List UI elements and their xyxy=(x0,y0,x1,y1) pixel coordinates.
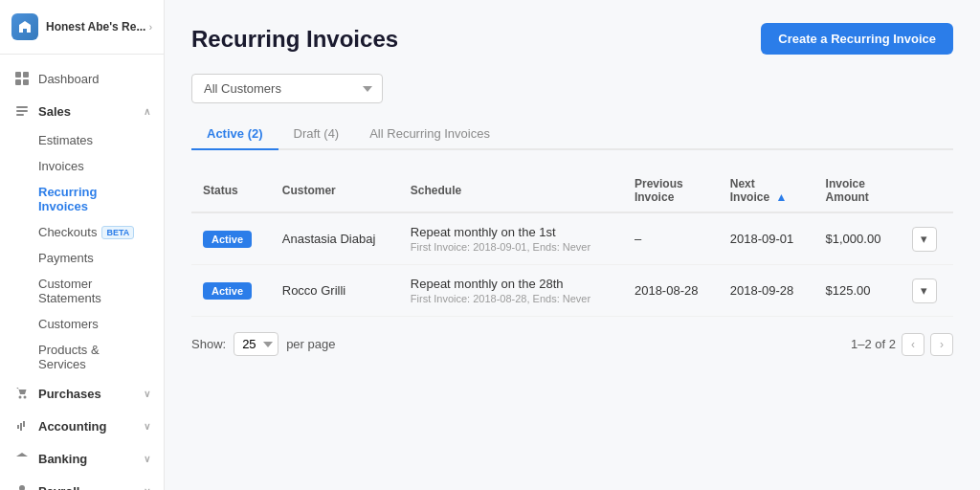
purchases-icon xyxy=(13,385,31,402)
sidebar-item-estimates[interactable]: Estimates xyxy=(0,127,164,153)
svg-rect-1 xyxy=(23,72,29,78)
dashboard-icon xyxy=(13,70,31,87)
sidebar-item-banking[interactable]: Banking ∨ xyxy=(0,442,164,475)
sidebar-item-products-services[interactable]: Products & Services xyxy=(0,337,164,377)
row2-action-button[interactable]: ▾ xyxy=(912,278,937,303)
row1-customer: Anastasia Diabaj xyxy=(271,212,399,265)
row1-previous-invoice: – xyxy=(623,212,719,265)
svg-point-7 xyxy=(19,396,22,399)
page-title: Recurring Invoices xyxy=(191,26,398,53)
brand[interactable]: Honest Abe's Re... › xyxy=(0,0,164,55)
sidebar-item-invoices[interactable]: Invoices xyxy=(0,153,164,179)
col-status: Status xyxy=(191,169,271,212)
svg-rect-5 xyxy=(16,110,28,112)
col-invoice-amount: InvoiceAmount xyxy=(814,169,901,212)
row1-invoice-amount: $1,000.00 xyxy=(814,212,901,265)
brand-logo xyxy=(11,13,38,40)
customer-statements-label: Customer Statements xyxy=(38,277,150,305)
col-schedule: Schedule xyxy=(399,169,623,212)
sidebar: Honest Abe's Re... › Dashboard Sales ∧ E… xyxy=(0,0,165,490)
customers-label: Customers xyxy=(38,317,99,331)
sales-label: Sales xyxy=(38,104,144,119)
sidebar-item-customer-statements[interactable]: Customer Statements xyxy=(0,271,164,311)
accounting-label: Accounting xyxy=(38,419,144,434)
create-recurring-invoice-button[interactable]: Create a Recurring Invoice xyxy=(761,23,953,55)
svg-rect-3 xyxy=(23,79,29,85)
customer-filter-select[interactable]: All Customers xyxy=(191,74,383,103)
banking-chevron-icon: ∨ xyxy=(144,454,150,464)
sidebar-item-customers[interactable]: Customers xyxy=(0,311,164,337)
main-content-area: Recurring Invoices Create a Recurring In… xyxy=(165,0,980,490)
sidebar-nav: Dashboard Sales ∧ Estimates Invoices Rec… xyxy=(0,55,164,490)
filter-row: All Customers xyxy=(191,74,953,103)
pagination-next-button[interactable]: › xyxy=(930,333,953,356)
sidebar-item-purchases[interactable]: Purchases ∨ xyxy=(0,377,164,410)
beta-badge: BETA xyxy=(101,226,134,239)
svg-rect-0 xyxy=(15,72,21,78)
sidebar-item-payments[interactable]: Payments xyxy=(0,245,164,271)
sidebar-item-checkouts[interactable]: Checkouts BETA xyxy=(0,219,164,245)
purchases-label: Purchases xyxy=(38,387,144,401)
payroll-icon xyxy=(13,482,31,490)
tabs-bar: Active (2) Draft (4) All Recurring Invoi… xyxy=(191,119,953,150)
row1-action-button[interactable]: ▾ xyxy=(912,227,937,252)
row2-next-invoice: 2018-09-28 xyxy=(719,265,814,317)
products-services-label: Products & Services xyxy=(38,343,150,371)
payroll-label: Payroll xyxy=(38,484,144,491)
per-page-label: per page xyxy=(286,337,335,351)
purchases-chevron-icon: ∨ xyxy=(144,389,150,399)
tab-draft[interactable]: Draft (4) xyxy=(278,119,355,150)
checkouts-label: Checkouts xyxy=(38,225,97,239)
svg-rect-2 xyxy=(15,79,21,85)
pagination-right: 1–2 of 2 ‹ › xyxy=(851,333,953,356)
sidebar-item-recurring-invoices[interactable]: Recurring Invoices xyxy=(0,179,164,219)
per-page-select[interactable]: 25 xyxy=(234,332,278,356)
brand-chevron-icon: › xyxy=(149,22,152,33)
col-customer: Customer xyxy=(271,169,399,212)
row1-next-invoice: 2018-09-01 xyxy=(719,212,814,265)
brand-name: Honest Abe's Re... xyxy=(46,20,149,33)
row1-action-cell: ▾ xyxy=(901,212,953,265)
page-header: Recurring Invoices Create a Recurring In… xyxy=(191,23,953,55)
table-row: Active Anastasia Diabaj Repeat monthly o… xyxy=(191,212,953,265)
table-row: Active Rocco Grilli Repeat monthly on th… xyxy=(191,265,953,317)
sidebar-item-accounting[interactable]: Accounting ∨ xyxy=(0,410,164,442)
estimates-label: Estimates xyxy=(38,133,93,147)
banking-label: Banking xyxy=(38,452,144,466)
accounting-icon xyxy=(13,417,31,434)
col-actions xyxy=(901,169,953,212)
svg-rect-4 xyxy=(16,106,28,108)
row2-customer: Rocco Grilli xyxy=(271,265,399,317)
svg-point-8 xyxy=(24,396,27,399)
accounting-chevron-icon: ∨ xyxy=(144,421,150,432)
pagination-row: Show: 25 per page 1–2 of 2 ‹ › xyxy=(191,332,953,356)
row2-invoice-amount: $125.00 xyxy=(814,265,901,317)
recurring-invoices-label: Recurring Invoices xyxy=(38,185,150,213)
row1-status: Active xyxy=(191,212,271,265)
row2-action-cell: ▾ xyxy=(901,265,953,317)
tab-active[interactable]: Active (2) xyxy=(191,119,278,150)
svg-rect-6 xyxy=(16,114,24,116)
sidebar-item-dashboard[interactable]: Dashboard xyxy=(0,62,164,95)
pagination-info: 1–2 of 2 xyxy=(851,337,896,351)
row2-status: Active xyxy=(191,265,271,317)
sidebar-item-payroll[interactable]: Payroll ∨ xyxy=(0,475,164,490)
payroll-chevron-icon: ∨ xyxy=(144,486,150,491)
tab-all-recurring[interactable]: All Recurring Invoices xyxy=(354,119,505,150)
invoices-table: Status Customer Schedule PreviousInvoice… xyxy=(191,169,953,317)
sidebar-item-sales[interactable]: Sales ∧ xyxy=(0,95,164,127)
payments-label: Payments xyxy=(38,251,94,265)
col-previous-invoice: PreviousInvoice xyxy=(623,169,719,212)
row2-previous-invoice: 2018-08-28 xyxy=(623,265,719,317)
banking-icon xyxy=(13,450,31,467)
pagination-left: Show: 25 per page xyxy=(191,332,335,356)
row1-schedule: Repeat monthly on the 1st First Invoice:… xyxy=(399,212,623,265)
show-label: Show: xyxy=(191,337,226,351)
dashboard-label: Dashboard xyxy=(38,72,150,86)
svg-point-9 xyxy=(19,485,25,490)
pagination-prev-button[interactable]: ‹ xyxy=(902,333,924,356)
col-next-invoice[interactable]: NextInvoice ▲ xyxy=(719,169,814,212)
sales-icon xyxy=(13,102,31,120)
invoices-label: Invoices xyxy=(38,159,84,173)
row2-schedule: Repeat monthly on the 28th First Invoice… xyxy=(399,265,623,317)
